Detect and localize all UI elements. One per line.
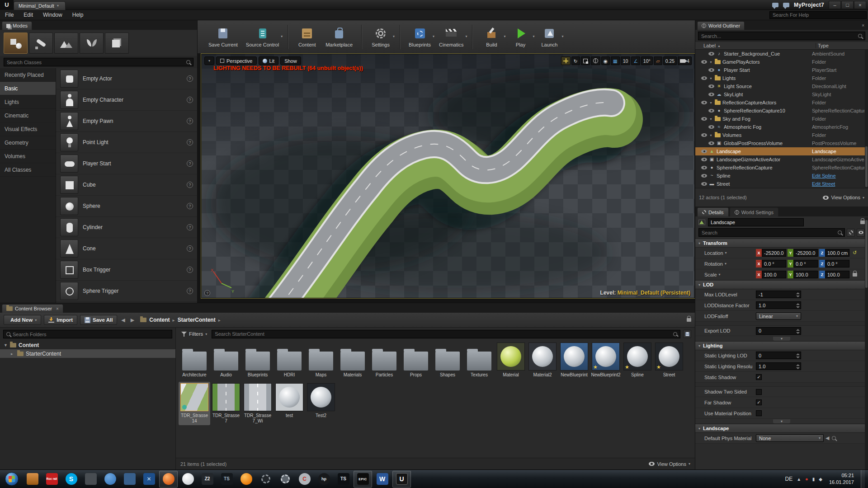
- chevron-down-icon[interactable]: ▾: [281, 34, 283, 38]
- property-label[interactable]: Use Material Position: [704, 411, 751, 416]
- chevron-down-icon[interactable]: ▾: [719, 272, 721, 277]
- taskbar-icon[interactable]: U: [392, 471, 411, 488]
- breadcrumb-startercontent[interactable]: StarterContent: [178, 317, 216, 323]
- property-matrix-button[interactable]: [847, 229, 855, 237]
- place-item-empty-actor[interactable]: Empty Actor ?: [56, 68, 197, 89]
- section-lighting[interactable]: ▾ Lighting: [695, 341, 868, 350]
- outliner-scrollbar[interactable]: [865, 50, 868, 188]
- folder-tile-hdri[interactable]: HDRI: [274, 346, 305, 379]
- mode-geometry-button[interactable]: [105, 33, 129, 54]
- outliner-row[interactable]: ▣GlobalPostProcessVolumePostProcessVolum…: [695, 139, 868, 147]
- lock-icon[interactable]: [860, 221, 865, 224]
- breadcrumb-content[interactable]: Content: [149, 317, 170, 323]
- outliner-row[interactable]: ▬StreetEdit Street: [695, 180, 868, 188]
- build-button[interactable]: Build ▾: [477, 23, 505, 52]
- export-lod-field[interactable]: 0: [756, 327, 801, 335]
- property-label[interactable]: Static Lighting LOD: [704, 353, 747, 358]
- import-button[interactable]: Import: [44, 315, 77, 325]
- asset-tile-street[interactable]: ★Street: [653, 341, 685, 379]
- outliner-row[interactable]: ●Player StartPlayerStart: [695, 66, 868, 74]
- asset-tile-tdr-strasse7[interactable]: TDR_Strasse 7: [210, 382, 242, 425]
- visibility-eye-icon[interactable]: [701, 174, 707, 178]
- place-item-cylinder[interactable]: Cylinder ?: [56, 217, 197, 238]
- mode-paint-button[interactable]: [29, 33, 53, 54]
- folder-tile-particles[interactable]: Particles: [368, 346, 400, 379]
- static-lighting-lod-field[interactable]: 0: [756, 352, 801, 359]
- viewport-options-button[interactable]: ▾: [204, 56, 214, 65]
- mode-foliage-button[interactable]: [80, 33, 104, 54]
- taskbar-icon[interactable]: [23, 471, 42, 488]
- expand-arrow-icon[interactable]: ▾: [709, 133, 713, 137]
- display-filter-button[interactable]: [857, 229, 865, 237]
- location-z-field[interactable]: 100.0 cm: [825, 249, 849, 257]
- save-all-button[interactable]: Save All: [80, 315, 117, 325]
- tab-modes[interactable]: Modes: [2, 21, 32, 30]
- visibility-eye-icon[interactable]: [708, 68, 714, 72]
- chevron-down-icon[interactable]: ▾: [504, 34, 505, 38]
- place-item-point-light[interactable]: Point Light ?: [56, 132, 197, 153]
- rotate-tool-button[interactable]: ↻: [571, 56, 580, 65]
- forward-button[interactable]: ▶: [129, 317, 136, 323]
- category-lights[interactable]: Lights: [0, 95, 56, 109]
- taskbar-icon[interactable]: S: [62, 471, 80, 488]
- outliner-row[interactable]: ▾GamePlayActorsFolder: [695, 58, 868, 66]
- category-volumes[interactable]: Volumes: [0, 150, 56, 163]
- type-column-header[interactable]: Type: [816, 43, 868, 48]
- search-classes-box[interactable]: [4, 58, 193, 66]
- viewport-3d[interactable]: LIGHTING NEEDS TO BE REBUILT (64 unbuilt…: [201, 54, 695, 298]
- scrollbar-thumb[interactable]: [865, 146, 868, 187]
- chevron-down-icon[interactable]: ▾: [533, 34, 534, 38]
- outliner-search-box[interactable]: [698, 32, 865, 40]
- use-material-position-checkbox[interactable]: [756, 410, 762, 416]
- tab-content-browser[interactable]: Content Browser ×: [2, 304, 63, 313]
- menu-help[interactable]: Help: [67, 10, 89, 20]
- folder-tile-textures[interactable]: Textures: [463, 346, 495, 379]
- marketplace-button[interactable]: Marketplace: [322, 23, 356, 52]
- help-icon[interactable]: ?: [187, 203, 193, 209]
- spinner-icon[interactable]: [796, 364, 800, 369]
- outliner-row[interactable]: ▾VolumesFolder: [695, 131, 868, 139]
- visibility-eye-icon[interactable]: [701, 117, 707, 121]
- menu-window[interactable]: Window: [38, 10, 67, 20]
- search-folders-box[interactable]: [3, 330, 172, 338]
- asset-tile-material2[interactable]: Material2: [527, 341, 558, 379]
- outliner-row[interactable]: ●SphereReflectionCapture10SphereReflecti…: [695, 107, 868, 115]
- rotation-y-field[interactable]: 0.0 °: [793, 260, 818, 267]
- rotation-snap-toggle-button[interactable]: ∠: [631, 56, 640, 65]
- outliner-row[interactable]: ▾Sky and FogFolder: [695, 115, 868, 123]
- place-item-empty-character[interactable]: Empty Character ?: [56, 89, 197, 111]
- category-visual-effects[interactable]: Visual Effects: [0, 122, 56, 136]
- folder-tile-shapes[interactable]: Shapes: [432, 346, 463, 379]
- tree-item-content[interactable]: ▼ Content: [0, 341, 175, 349]
- camera-speed-button[interactable]: 4: [678, 56, 692, 65]
- blueprints-button[interactable]: Blueprints ▾: [405, 23, 434, 52]
- category-geometry[interactable]: Geometry: [0, 136, 56, 150]
- folder-tile-architecture[interactable]: Architecture: [179, 346, 210, 379]
- property-label[interactable]: Export LOD: [704, 328, 730, 333]
- search-assets-input[interactable]: [215, 331, 671, 337]
- taskbar-icon[interactable]: Z2: [198, 471, 217, 488]
- spinner-icon[interactable]: [796, 292, 800, 297]
- scale-y-field[interactable]: 100.0: [793, 271, 818, 278]
- help-icon[interactable]: ?: [187, 245, 193, 252]
- spinner-icon[interactable]: [796, 303, 800, 308]
- outliner-row[interactable]: ♪Starter_Background_CueAmbientSound: [695, 50, 868, 58]
- hidden-icons-arrow[interactable]: ▲: [797, 477, 801, 482]
- taskbar-icon[interactable]: [256, 471, 275, 488]
- world-local-toggle-button[interactable]: [591, 56, 600, 65]
- advanced-expander[interactable]: ▼: [695, 419, 868, 424]
- rotation-x-field[interactable]: 0.0 °: [762, 260, 786, 267]
- expand-arrow-icon[interactable]: ▸: [11, 352, 15, 356]
- far-shadow-checkbox[interactable]: ✓: [756, 399, 762, 405]
- edit-spline-link[interactable]: Edit Spline: [812, 173, 864, 178]
- search-classes-input[interactable]: [7, 60, 184, 65]
- close-button[interactable]: ×: [854, 1, 866, 9]
- rotation-z-field[interactable]: 0.0 °: [825, 260, 849, 267]
- search-folders-input[interactable]: [13, 332, 169, 337]
- visibility-eye-icon[interactable]: [701, 133, 707, 137]
- mode-landscape-button[interactable]: [54, 33, 78, 54]
- actor-name-field[interactable]: [708, 218, 804, 226]
- details-scrollbar[interactable]: [865, 217, 868, 469]
- visibility-eye-icon[interactable]: [701, 76, 707, 80]
- outliner-row[interactable]: ●SphereReflectionCaptureSphereReflection…: [695, 164, 868, 172]
